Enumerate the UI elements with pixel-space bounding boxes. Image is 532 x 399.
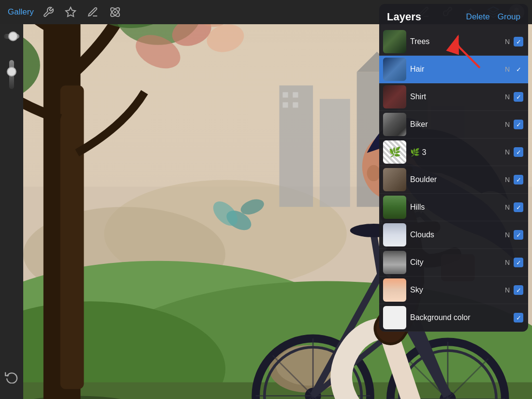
layer-visible-sky[interactable] bbox=[514, 285, 523, 295]
layer-visible-shirt[interactable] bbox=[514, 92, 523, 102]
layer-info-hair: Hair N bbox=[410, 64, 523, 74]
layer-mode-hills: N bbox=[505, 203, 510, 211]
layer-thumb-city bbox=[383, 251, 406, 274]
layer-row-shirt[interactable]: Shirt N bbox=[379, 83, 528, 111]
layer-row-hills[interactable]: Hills N bbox=[379, 194, 528, 221]
layer-info-boulder: Boulder N bbox=[410, 175, 523, 184]
smudge-tool[interactable] bbox=[85, 4, 101, 20]
layer-name-biker: Biker bbox=[410, 120, 428, 129]
svg-rect-11 bbox=[320, 99, 350, 207]
layers-actions: Delete Group bbox=[466, 12, 520, 22]
group-button[interactable]: Group bbox=[498, 12, 520, 22]
layer-thumb-biker bbox=[383, 113, 406, 136]
layer-visible-biker[interactable] bbox=[514, 120, 523, 129]
layer-info-shirt: Shirt N bbox=[410, 92, 523, 102]
delete-button[interactable]: Delete bbox=[466, 12, 490, 22]
layer-row-city[interactable]: City N bbox=[379, 249, 528, 276]
layer-mode-biker: N bbox=[505, 121, 510, 128]
layer-name-clouds: Clouds bbox=[410, 230, 434, 239]
brush-size-slider[interactable] bbox=[4, 34, 19, 39]
layer-controls-trees: N bbox=[505, 37, 523, 46]
layer-info-hills: Hills N bbox=[410, 202, 523, 212]
layer-controls-boulder: N bbox=[505, 175, 523, 184]
layer-thumb-boulder bbox=[383, 168, 406, 191]
layer-controls-clouds: N bbox=[505, 230, 523, 240]
layer-thumb-sky bbox=[383, 278, 406, 302]
layer-controls-hair: N bbox=[505, 64, 523, 74]
brush-opacity-slider[interactable] bbox=[9, 60, 14, 89]
layer-mode-sky: N bbox=[505, 286, 510, 294]
layer-name-sky: Sky bbox=[410, 286, 423, 294]
layers-panel: Layers Delete Group Trees N Hair N bbox=[379, 4, 528, 332]
adjust-tool[interactable] bbox=[63, 4, 78, 20]
svg-rect-19 bbox=[293, 102, 298, 107]
layers-header: Layers Delete Group bbox=[379, 4, 528, 28]
layer-name-hair: Hair bbox=[410, 65, 424, 74]
layer-row-boulder[interactable]: Boulder N bbox=[379, 166, 528, 194]
layer-visible-boulder[interactable] bbox=[514, 175, 523, 184]
undo-button[interactable] bbox=[3, 368, 20, 385]
layer-info-sky: Sky N bbox=[410, 285, 523, 295]
layer-thumb-3: 🌿 bbox=[383, 140, 406, 164]
left-toolbar bbox=[0, 24, 23, 399]
wrench-tool[interactable] bbox=[41, 4, 56, 20]
layer-controls-bgcol bbox=[514, 313, 523, 322]
layer-mode-3: N bbox=[505, 148, 510, 156]
layer-name-city: City bbox=[410, 258, 424, 267]
layer-row-3[interactable]: 🌿 🌿 3 N bbox=[379, 138, 528, 166]
layer-visible-city[interactable] bbox=[514, 258, 523, 267]
svg-rect-17 bbox=[293, 92, 298, 97]
layer-visible-3[interactable] bbox=[514, 147, 523, 157]
layer-mode-city: N bbox=[505, 259, 510, 266]
gallery-button[interactable]: Gallery bbox=[8, 7, 34, 17]
layer-visible-hills[interactable] bbox=[514, 202, 523, 212]
brush-size-controls bbox=[4, 34, 19, 89]
layer-info-3: 🌿 3 N bbox=[410, 147, 523, 157]
layer-name-hills: Hills bbox=[410, 203, 425, 212]
layer-mode-shirt: N bbox=[505, 93, 510, 101]
layer-controls-3: N bbox=[505, 147, 523, 157]
layer-controls-shirt: N bbox=[505, 92, 523, 102]
layer-info-biker: Biker N bbox=[410, 120, 523, 129]
layer-row-biker[interactable]: Biker N bbox=[379, 111, 528, 138]
layers-title: Layers bbox=[387, 11, 421, 23]
layer-thumb-trees bbox=[383, 30, 406, 53]
layer-name-shirt: Shirt bbox=[410, 92, 426, 101]
layer-mode-hair: N bbox=[505, 65, 510, 73]
svg-point-1 bbox=[115, 12, 116, 13]
layer-row-clouds[interactable]: Clouds N bbox=[379, 221, 528, 249]
svg-rect-18 bbox=[282, 102, 288, 107]
layer-controls-sky: N bbox=[505, 285, 523, 295]
layer-name-trees: Trees bbox=[410, 37, 429, 46]
layer-thumb-hills bbox=[383, 196, 406, 219]
layer-name-bgcol: Background color bbox=[410, 313, 471, 322]
svg-point-75 bbox=[367, 165, 381, 181]
symmetry-tool[interactable] bbox=[107, 4, 123, 20]
layer-visible-hair[interactable] bbox=[514, 64, 523, 74]
layer-controls-city: N bbox=[505, 258, 523, 267]
layer-mode-trees: N bbox=[505, 38, 510, 46]
svg-marker-0 bbox=[66, 7, 75, 16]
layer-row-trees[interactable]: Trees N bbox=[379, 28, 528, 56]
layer-thumb-shirt bbox=[383, 85, 406, 108]
layer-visible-bgcol[interactable] bbox=[514, 313, 523, 322]
toolbar-left: Gallery bbox=[8, 4, 123, 20]
layer-visible-clouds[interactable] bbox=[514, 230, 523, 240]
layer-info-city: City N bbox=[410, 258, 523, 267]
layer-info-clouds: Clouds N bbox=[410, 230, 523, 240]
layer-name-3: 🌿 3 bbox=[410, 148, 426, 157]
layer-row-sky[interactable]: Sky N bbox=[379, 276, 528, 304]
svg-rect-26 bbox=[60, 85, 84, 389]
layer-controls-biker: N bbox=[505, 120, 523, 129]
layer-controls-hills: N bbox=[505, 202, 523, 212]
layer-name-boulder: Boulder bbox=[410, 175, 437, 184]
layer-thumb-bgcol bbox=[383, 306, 406, 329]
layer-visible-trees[interactable] bbox=[514, 37, 523, 46]
layer-mode-clouds: N bbox=[505, 231, 510, 239]
svg-rect-16 bbox=[282, 92, 288, 97]
layer-row-bgcol[interactable]: Background color bbox=[379, 304, 528, 332]
layer-mode-boulder: N bbox=[505, 176, 510, 184]
layer-thumb-hair bbox=[383, 58, 406, 81]
layer-row-hair[interactable]: Hair N bbox=[379, 56, 528, 83]
layer-info-bgcol: Background color bbox=[410, 313, 523, 322]
